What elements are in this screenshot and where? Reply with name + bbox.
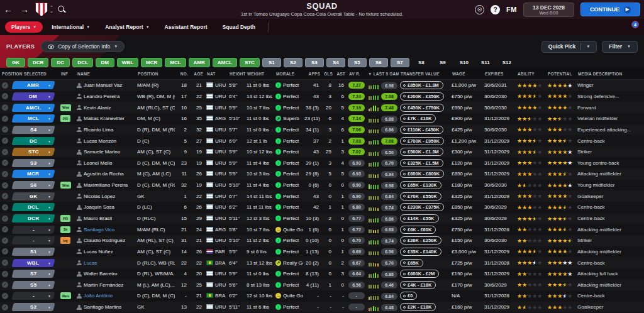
player-name-cell[interactable]: Martín Fernández: [75, 282, 136, 288]
player-name-cell[interactable]: Maximiliano Pereira: [75, 182, 136, 188]
column-header--last-5-games[interactable]: ▼ LAST 5 GAMES: [366, 72, 399, 76]
player-name-cell[interactable]: Walter Barreiro: [75, 271, 136, 277]
filter-chip-amcl[interactable]: AMCL: [213, 58, 237, 67]
position-selector-dropdown[interactable]: WBL▼: [11, 259, 55, 267]
table-row[interactable]: ✓S7▼Walter BarreiroD (RL), WB/M/A...420U…: [0, 268, 644, 280]
position-selector-dropdown[interactable]: MCL▼: [11, 114, 55, 123]
view-selector-dropdown[interactable]: Copy of Selection Info ▼: [41, 41, 125, 52]
column-header-wage[interactable]: WAGE: [450, 72, 483, 76]
row-select-check[interactable]: ✓: [0, 304, 10, 310]
transfer-value-box[interactable]: £14K - £55K: [400, 214, 439, 222]
player-name-cell[interactable]: Claudio Rodríguez: [75, 238, 136, 243]
table-row[interactable]: ✓-▼ResJoão AntônioD (C), DM, M (C)-21BRA…: [0, 290, 644, 302]
player-name-cell[interactable]: Leonel Mello: [75, 160, 136, 166]
column-header-no-[interactable]: NO.: [175, 72, 190, 76]
transfer-value-box[interactable]: £700K - £950K: [400, 137, 444, 145]
filter-chip-s1[interactable]: S1: [262, 58, 281, 67]
inf-badge-pr[interactable]: PR: [60, 215, 70, 222]
column-header-height[interactable]: HEIGHT: [228, 72, 245, 76]
column-header-ability[interactable]: ABILITY: [516, 72, 546, 76]
player-name-cell[interactable]: Samuele Marino: [75, 149, 136, 155]
transfer-value-box[interactable]: £70K - £550K: [400, 192, 441, 200]
transfer-value-box[interactable]: £600K - £800K: [400, 170, 444, 178]
table-row[interactable]: ✓-▼StSantiago VicoM/AM (RLC)2124ARG5'8"1…: [0, 224, 644, 235]
forward-arrow-icon[interactable]: →: [16, 4, 33, 14]
table-row[interactable]: ✓WBL▼LucasD (RLC), WB (RL)2222BRA6'4"13 …: [0, 257, 644, 268]
row-select-check[interactable]: ✓: [0, 293, 10, 299]
filter-chip-wbl[interactable]: WBL: [117, 58, 138, 67]
transfer-value-box[interactable]: £600K - £2M: [400, 270, 439, 278]
player-name-cell[interactable]: Lucas Núñez: [75, 249, 136, 255]
position-selector-dropdown[interactable]: STC▼: [11, 148, 55, 156]
transfer-value-box[interactable]: £850K - £1.3M: [400, 81, 443, 89]
position-selector-dropdown[interactable]: AMR▼: [11, 81, 55, 89]
position-selector-dropdown[interactable]: S6▼: [11, 181, 55, 189]
position-selector-dropdown[interactable]: DCL▼: [11, 203, 55, 211]
filter-chip-s2[interactable]: S2: [284, 58, 303, 67]
column-header-weight[interactable]: WEIGHT: [245, 72, 274, 76]
row-select-check[interactable]: ✓: [0, 116, 10, 122]
filter-chip-dc[interactable]: DC: [51, 58, 70, 67]
player-name-cell[interactable]: Juan Manuel Vaz: [75, 82, 136, 88]
position-selector-dropdown[interactable]: S3▼: [11, 159, 55, 167]
filter-chip-s5[interactable]: S5: [348, 58, 367, 67]
row-select-check[interactable]: ✓: [0, 160, 10, 166]
filter-chip-s10[interactable]: S10: [455, 58, 474, 67]
transfer-value-box[interactable]: £2K - £18K: [400, 303, 436, 311]
menu-item-assistant-report[interactable]: Assistant Report: [158, 21, 214, 33]
table-row[interactable]: ✓DM▼Leandro PereiraWB (R), DM, M (C)1722…: [0, 91, 644, 102]
player-name-cell[interactable]: Ricardo Lima: [75, 127, 136, 133]
transfer-value-box[interactable]: £65K: [400, 259, 423, 267]
row-select-check[interactable]: ✓: [0, 282, 10, 288]
row-select-check[interactable]: ✓: [0, 260, 10, 266]
position-selector-dropdown[interactable]: -▼: [11, 236, 55, 244]
inf-badge-wnt[interactable]: Wnt: [60, 104, 71, 111]
column-header-age[interactable]: AGE: [190, 72, 205, 76]
column-header-av-r-[interactable]: AV R.: [347, 72, 366, 76]
table-row[interactable]: ✓MCL▼PRMatías KranevitterDM, M (C)1635AR…: [0, 113, 644, 124]
menu-item-squad-depth[interactable]: Squad Depth: [216, 21, 262, 33]
row-select-check[interactable]: ✓: [0, 93, 10, 99]
inf-badge-wnt[interactable]: Wnt: [60, 182, 71, 189]
table-row[interactable]: ✓DC▼Lucas MonzónD (C)527URU6'0"12 st 1 l…: [0, 135, 644, 146]
filter-chip-dm[interactable]: DM: [96, 58, 114, 67]
row-select-check[interactable]: ✓: [0, 238, 10, 244]
filter-chip-s12[interactable]: S12: [497, 58, 516, 67]
column-header-gls[interactable]: GLS: [322, 72, 335, 76]
column-header-apps[interactable]: APPS: [303, 72, 322, 76]
filter-chip-s7[interactable]: S7: [391, 58, 409, 67]
table-row[interactable]: ✓S4▼Ricardo LimaD (R), DM, M (RC)232URU5…: [0, 124, 644, 136]
table-row[interactable]: ✓MCR▼Agustín da RochaM (C), AM (LC)1126U…: [0, 168, 644, 180]
notification-badge[interactable]: 4: [631, 21, 639, 28]
table-row[interactable]: ✓-▼InjClaudio RodríguezAM (RL), ST (C)31…: [0, 235, 644, 246]
position-selector-dropdown[interactable]: DM▼: [11, 92, 55, 101]
filter-chip-mcl[interactable]: MCL: [165, 58, 186, 67]
transfer-value-box[interactable]: £26K - £250K: [400, 236, 441, 244]
column-header-expires[interactable]: EXPIRES: [483, 72, 516, 76]
column-header-nat[interactable]: NAT: [205, 72, 228, 76]
transfer-value-box[interactable]: £6K - £60K: [400, 226, 436, 234]
row-select-check[interactable]: ✓: [0, 104, 10, 111]
transfer-value-box[interactable]: £4K - £18K: [400, 281, 436, 289]
position-selector-dropdown[interactable]: S2▼: [11, 303, 55, 311]
position-selector-dropdown[interactable]: DCR▼: [11, 214, 55, 222]
table-row[interactable]: ✓GK▼Nicolás LópezGK122URU6'7"14 st 11 lb…: [0, 190, 644, 202]
filter-chip-dcr[interactable]: DCR: [28, 58, 48, 67]
world-icon[interactable]: ☉: [475, 5, 484, 14]
player-name-cell[interactable]: Lucas: [75, 260, 136, 266]
row-select-check[interactable]: ✓: [0, 138, 10, 144]
filter-chip-s6[interactable]: S6: [369, 58, 388, 67]
table-row[interactable]: ✓DCR▼PRMauro BrasilD (RLC)1529URU5'11"12…: [0, 213, 644, 224]
row-select-check[interactable]: ✓: [0, 126, 10, 133]
transfer-value-box[interactable]: £325K - £1.5M: [400, 159, 443, 167]
player-name-cell[interactable]: João Antônio: [75, 293, 136, 299]
transfer-value-box[interactable]: £7K - £16K: [400, 114, 436, 123]
row-select-check[interactable]: ✓: [0, 204, 10, 211]
player-name-cell[interactable]: Mauro Brasil: [75, 216, 136, 221]
inf-badge-inj[interactable]: Inj: [60, 237, 70, 244]
player-name-cell[interactable]: Santiago Martins: [75, 304, 136, 310]
filter-chip-s8[interactable]: S8: [412, 58, 431, 67]
transfer-value-box[interactable]: £0: [400, 292, 417, 300]
menu-item-analyst-report[interactable]: Analyst Report▼: [99, 21, 155, 33]
position-selector-dropdown[interactable]: -▼: [11, 292, 55, 300]
